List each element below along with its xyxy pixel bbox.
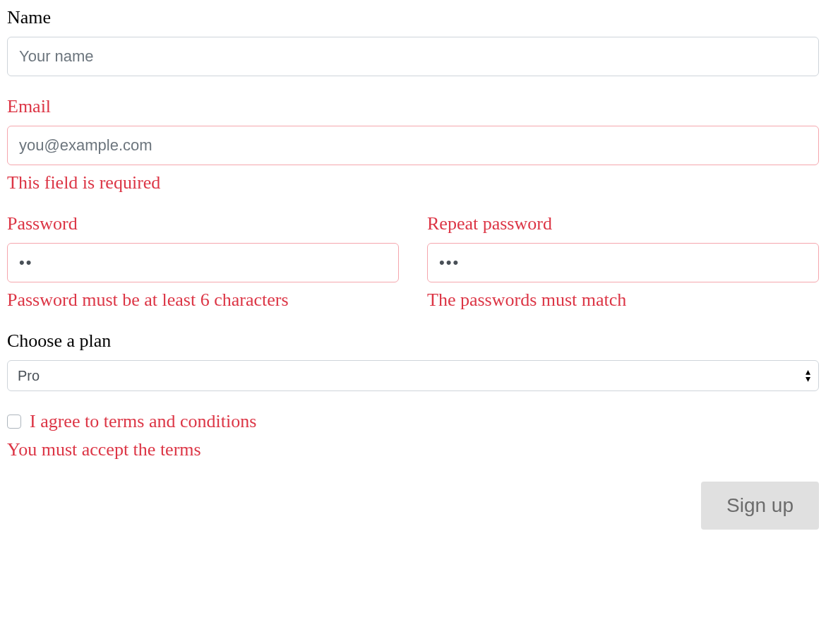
repeat-password-input[interactable] (427, 243, 819, 282)
password-group: Password Password must be at least 6 cha… (7, 213, 399, 311)
signup-button[interactable]: Sign up (701, 482, 819, 530)
password-error: Password must be at least 6 characters (7, 290, 399, 311)
name-label: Name (7, 7, 819, 28)
name-input[interactable] (7, 37, 819, 76)
name-group: Name (7, 7, 819, 76)
email-group: Email This field is required (7, 96, 819, 193)
password-label: Password (7, 213, 399, 234)
repeat-password-error: The passwords must match (427, 290, 819, 311)
email-input[interactable] (7, 126, 819, 165)
password-input[interactable] (7, 243, 399, 282)
signup-form: Name Email This field is required Passwo… (7, 7, 819, 530)
plan-group: Choose a plan Pro (7, 330, 819, 391)
repeat-password-label: Repeat password (427, 213, 819, 234)
terms-checkbox[interactable] (7, 415, 21, 429)
terms-error: You must accept the terms (7, 439, 819, 460)
terms-group: I agree to terms and conditions You must… (7, 411, 819, 460)
plan-select[interactable]: Pro (7, 360, 819, 391)
repeat-password-group: Repeat password The passwords must match (427, 213, 819, 311)
email-error: This field is required (7, 172, 819, 193)
terms-label[interactable]: I agree to terms and conditions (30, 411, 256, 432)
email-label: Email (7, 96, 819, 117)
plan-label: Choose a plan (7, 330, 819, 352)
